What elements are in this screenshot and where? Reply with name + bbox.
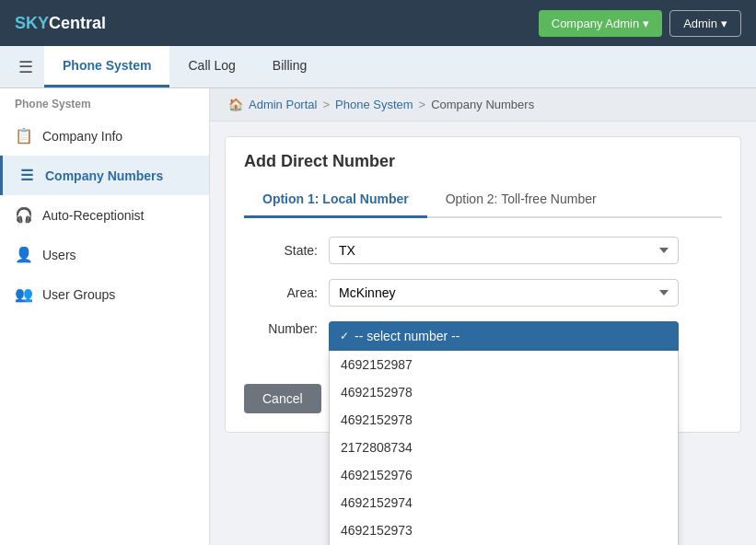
number-dropdown-selected[interactable]: ✓ -- select number -- xyxy=(329,321,679,351)
company-numbers-icon: ☰ xyxy=(17,167,36,184)
breadcrumb: 🏠 Admin Portal > Phone System > Company … xyxy=(210,88,756,122)
breadcrumb-admin-portal[interactable]: Admin Portal xyxy=(249,98,317,111)
number-row: Number: ✓ -- select number -- 4692152987… xyxy=(244,321,722,351)
users-icon: 👤 xyxy=(15,246,33,263)
logo-sky: SKY xyxy=(15,14,49,32)
area-select[interactable]: McKinney xyxy=(329,279,679,307)
form-body: State: TX Area: McKinney Number: xyxy=(226,218,740,384)
card-header: Add Direct Number Option 1: Local Number… xyxy=(226,137,740,218)
sidebar-item-user-groups[interactable]: 👥 User Groups xyxy=(0,274,209,314)
user-groups-icon: 👥 xyxy=(15,285,33,303)
sidebar-section-label: Phone System xyxy=(0,88,209,116)
number-label: Number: xyxy=(244,321,318,336)
state-label: State: xyxy=(244,243,318,258)
auto-receptionist-icon: 🎧 xyxy=(15,206,33,224)
admin-dropdown-arrow: ▾ xyxy=(721,17,727,30)
hamburger-icon: ☰ xyxy=(18,57,33,77)
sidebar-item-auto-receptionist[interactable]: 🎧 Auto-Receptionist xyxy=(0,195,209,235)
admin-button[interactable]: Admin ▾ xyxy=(669,10,741,37)
number-dropdown-list: 4692152987469215297846921529782172808734… xyxy=(329,351,679,545)
company-admin-button[interactable]: Company Admin ▾ xyxy=(539,10,662,37)
card-title: Add Direct Number xyxy=(244,152,722,171)
sidebar-item-auto-receptionist-label: Auto-Receptionist xyxy=(42,208,145,223)
sidebar-item-users-label: Users xyxy=(42,248,76,262)
tab-phone-system-label: Phone System xyxy=(63,58,151,73)
number-option[interactable]: 4692152974 xyxy=(330,489,678,516)
tab-phone-system[interactable]: Phone System xyxy=(44,46,169,87)
admin-label: Admin xyxy=(683,17,717,30)
tab-call-log-label: Call Log xyxy=(188,58,235,73)
sidebar: Phone System 📋 Company Info ☰ Company Nu… xyxy=(0,88,210,545)
sidebar-item-user-groups-label: User Groups xyxy=(42,287,115,302)
number-selected-label: -- select number -- xyxy=(355,329,459,343)
state-select[interactable]: TX xyxy=(329,237,679,264)
number-option[interactable]: 4692152978 xyxy=(330,378,678,406)
company-info-icon: 📋 xyxy=(15,127,33,145)
tab-billing-label: Billing xyxy=(273,58,307,73)
number-dropdown-wrapper: ✓ -- select number -- 469215298746921529… xyxy=(329,321,679,351)
sidebar-item-company-info[interactable]: 📋 Company Info xyxy=(0,116,209,156)
tab-bar: ☰ Phone System Call Log Billing xyxy=(0,46,756,88)
company-admin-dropdown-arrow: ▾ xyxy=(643,17,649,30)
hamburger-menu[interactable]: ☰ xyxy=(7,46,44,87)
number-option[interactable]: 2172808734 xyxy=(330,434,678,461)
logo-central: Central xyxy=(49,14,106,32)
sidebar-item-company-info-label: Company Info xyxy=(42,129,122,144)
cancel-button[interactable]: Cancel xyxy=(244,384,321,413)
number-option[interactable]: 4692152987 xyxy=(330,351,678,378)
area-label: Area: xyxy=(244,285,318,300)
nav-right-actions: Company Admin ▾ Admin ▾ xyxy=(539,10,741,37)
number-option[interactable]: 4692152978 xyxy=(330,406,678,434)
state-row: State: TX xyxy=(244,237,722,264)
tab-tollfree-number-label: Option 2: Toll-free Number xyxy=(446,191,597,206)
number-option[interactable]: 4692152973 xyxy=(330,516,678,544)
sidebar-item-company-numbers[interactable]: ☰ Company Numbers xyxy=(0,156,209,195)
number-option[interactable]: 4692152976 xyxy=(330,461,678,489)
company-admin-label: Company Admin xyxy=(552,17,639,30)
content-area: 🏠 Admin Portal > Phone System > Company … xyxy=(210,88,756,545)
app-logo: SKYCentral xyxy=(15,14,106,33)
sidebar-item-users[interactable]: 👤 Users xyxy=(0,235,209,274)
add-direct-number-card: Add Direct Number Option 1: Local Number… xyxy=(225,136,741,433)
tab-billing[interactable]: Billing xyxy=(254,46,325,87)
tab-tollfree-number[interactable]: Option 2: Toll-free Number xyxy=(427,182,615,218)
area-row: Area: McKinney xyxy=(244,279,722,307)
breadcrumb-current: Company Numbers xyxy=(431,98,534,111)
tab-local-number-label: Option 1: Local Number xyxy=(262,191,409,206)
top-navbar: SKYCentral Company Admin ▾ Admin ▾ xyxy=(0,0,756,46)
breadcrumb-sep-1: > xyxy=(322,98,330,111)
tab-call-log[interactable]: Call Log xyxy=(169,46,253,87)
breadcrumb-phone-system[interactable]: Phone System xyxy=(335,98,413,111)
main-layout: Phone System 📋 Company Info ☰ Company Nu… xyxy=(0,88,756,545)
breadcrumb-sep-2: > xyxy=(419,98,426,111)
sidebar-item-company-numbers-label: Company Numbers xyxy=(45,168,163,183)
check-icon: ✓ xyxy=(340,330,349,342)
breadcrumb-icon: 🏠 xyxy=(228,98,243,111)
tab-local-number[interactable]: Option 1: Local Number xyxy=(244,182,427,218)
card-tabs: Option 1: Local Number Option 2: Toll-fr… xyxy=(244,182,722,218)
